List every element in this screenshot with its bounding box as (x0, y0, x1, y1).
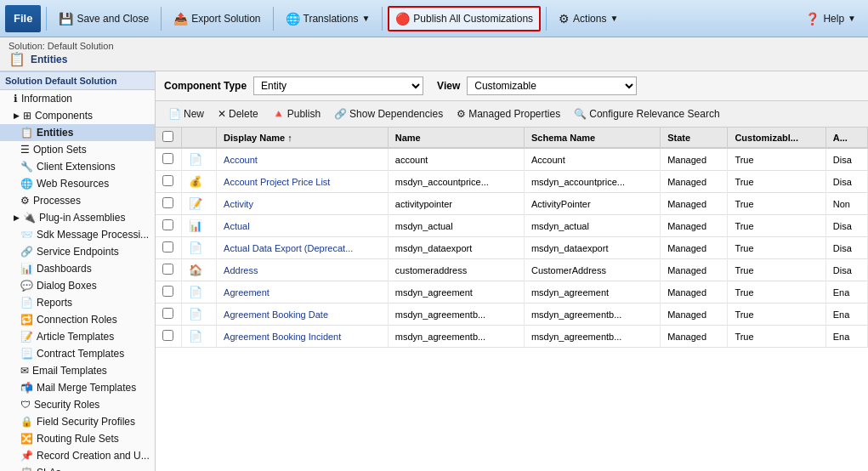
row-name: account (388, 148, 524, 171)
row-checkbox-cell[interactable] (156, 171, 181, 193)
row-checkbox[interactable] (162, 241, 173, 253)
show-dependencies-button[interactable]: 🔗 Show Dependencies (328, 104, 449, 124)
sidebar-item-components[interactable]: ▶ ⊞ Components (0, 107, 155, 124)
sidebar-item-dialog-boxes[interactable]: 💬 Dialog Boxes (0, 277, 155, 294)
table-row[interactable]: 📝 Activity activitypointer ActivityPoint… (156, 193, 868, 215)
sidebar-item-contract-templates-label: Contract Templates (37, 348, 124, 360)
sidebar-item-option-sets[interactable]: ☰ Option Sets (0, 141, 155, 158)
table-row[interactable]: 📄 Agreement Booking Incident msdyn_agree… (156, 326, 868, 348)
row-checkbox[interactable] (162, 330, 173, 341)
sidebar-item-contract-templates[interactable]: 📃 Contract Templates (0, 345, 155, 362)
sidebar-item-processes[interactable]: ⚙ Processes (0, 192, 155, 209)
col-schema-name[interactable]: Schema Name (524, 128, 660, 148)
mail-merge-icon: 📬 (20, 382, 33, 394)
table-body: 📄 Account account Account Managed True D… (156, 148, 868, 348)
col-state[interactable]: State (661, 128, 728, 148)
actions-button[interactable]: ⚙ Actions ▼ (552, 6, 625, 31)
row-display-name[interactable]: Activity (217, 193, 389, 215)
sidebar-item-entities[interactable]: 📋 Entities (0, 124, 155, 141)
component-type-select[interactable]: Entity (253, 77, 423, 95)
entities-table: Display Name ↑ Name Schema Name State Cu… (156, 128, 868, 348)
col-customizable[interactable]: Customizabl... (728, 128, 825, 148)
row-display-name[interactable]: Actual Data Export (Deprecat... (217, 237, 389, 259)
col-auto[interactable]: A... (825, 128, 867, 148)
entities-table-container: Display Name ↑ Name Schema Name State Cu… (156, 128, 868, 471)
row-state: Managed (661, 304, 728, 326)
col-checkbox (156, 128, 181, 148)
help-button[interactable]: ❓ Help ▼ (798, 6, 863, 31)
actions-dropdown-arrow: ▼ (610, 14, 618, 23)
row-display-name[interactable]: Address (217, 259, 389, 281)
row-checkbox[interactable] (162, 286, 173, 297)
col-name[interactable]: Name (388, 128, 524, 148)
export-solution-button[interactable]: 📤 Export Solution (167, 6, 267, 31)
row-display-name[interactable]: Agreement Booking Incident (217, 326, 389, 348)
sidebar-item-connection-roles[interactable]: 🔁 Connection Roles (0, 311, 155, 328)
row-customizable: True (728, 281, 825, 304)
row-checkbox[interactable] (162, 219, 173, 230)
sidebar-item-record-creation[interactable]: 📌 Record Creation and U... (0, 447, 155, 464)
row-checkbox-cell[interactable] (156, 237, 181, 259)
table-row[interactable]: 📄 Actual Data Export (Deprecat... msdyn_… (156, 237, 868, 259)
sidebar-item-mail-merge-templates[interactable]: 📬 Mail Merge Templates (0, 379, 155, 396)
row-checkbox[interactable] (162, 175, 173, 186)
row-auto: Non (825, 193, 867, 215)
row-entity-icon: 🏠 (189, 264, 202, 276)
select-all-checkbox[interactable] (162, 131, 173, 142)
row-checkbox[interactable] (162, 264, 173, 275)
sidebar-item-information[interactable]: ℹ Information (0, 90, 155, 107)
row-icon-cell: 📄 (181, 304, 217, 326)
table-row[interactable]: 📊 Actual msdyn_actual msdyn_actual Manag… (156, 215, 868, 237)
view-select[interactable]: Customizable (467, 77, 637, 95)
row-customizable: True (728, 304, 825, 326)
row-checkbox-cell[interactable] (156, 259, 181, 281)
row-checkbox-cell[interactable] (156, 193, 181, 215)
translations-button[interactable]: 🌐 Translations ▼ (279, 6, 377, 31)
table-row[interactable]: 📄 Agreement Booking Date msdyn_agreement… (156, 304, 868, 326)
row-checkbox-cell[interactable] (156, 281, 181, 304)
sidebar-item-slas[interactable]: 📋 SLAs (0, 464, 155, 471)
row-checkbox-cell[interactable] (156, 326, 181, 348)
row-checkbox-cell[interactable] (156, 215, 181, 237)
new-button[interactable]: 📄 New (162, 104, 210, 124)
toolbar-separator-1 (46, 7, 47, 31)
sidebar-item-sdk-message[interactable]: 📨 Sdk Message Processi... (0, 226, 155, 243)
sidebar-item-dashboards[interactable]: 📊 Dashboards (0, 260, 155, 277)
routing-rule-sets-icon: 🔀 (20, 433, 33, 445)
sidebar-item-article-templates[interactable]: 📝 Article Templates (0, 328, 155, 345)
table-row[interactable]: 📄 Account account Account Managed True D… (156, 148, 868, 171)
row-display-name[interactable]: Account (217, 148, 389, 171)
managed-properties-button[interactable]: ⚙ Managed Properties (451, 104, 566, 124)
row-display-name[interactable]: Agreement Booking Date (217, 304, 389, 326)
sidebar-item-field-security[interactable]: 🔒 Field Security Profiles (0, 413, 155, 430)
sidebar-item-reports[interactable]: 📄 Reports (0, 294, 155, 311)
row-checkbox[interactable] (162, 197, 173, 208)
row-customizable: True (728, 237, 825, 259)
sidebar-item-service-endpoints[interactable]: 🔗 Service Endpoints (0, 243, 155, 260)
sidebar-item-web-resources[interactable]: 🌐 Web Resources (0, 175, 155, 192)
sidebar-item-security-roles[interactable]: 🛡 Security Roles (0, 396, 155, 413)
publish-button[interactable]: 🔺 Publish (266, 104, 326, 124)
table-row[interactable]: 🏠 Address customeraddress CustomerAddres… (156, 259, 868, 281)
toolbar-separator-5 (546, 7, 547, 31)
table-row[interactable]: 📄 Agreement msdyn_agreement msdyn_agreem… (156, 281, 868, 304)
row-checkbox[interactable] (162, 308, 173, 319)
row-icon-cell: 📄 (181, 326, 217, 348)
row-checkbox-cell[interactable] (156, 304, 181, 326)
row-display-name[interactable]: Actual (217, 215, 389, 237)
file-button[interactable]: File (5, 5, 41, 32)
row-checkbox-cell[interactable] (156, 148, 181, 171)
col-display-name[interactable]: Display Name ↑ (217, 128, 389, 148)
configure-relevance-button[interactable]: 🔍 Configure Relevance Search (568, 104, 725, 124)
save-close-button[interactable]: 💾 Save and Close (52, 6, 156, 31)
sidebar-item-plugin-assemblies[interactable]: ▶ 🔌 Plug-in Assemblies (0, 209, 155, 226)
sidebar-item-client-extensions[interactable]: 🔧 Client Extensions (0, 158, 155, 175)
publish-all-button[interactable]: 🔴 Publish All Customizations (388, 6, 541, 31)
table-row[interactable]: 💰 Account Project Price List msdyn_accou… (156, 171, 868, 193)
delete-button[interactable]: ✕ Delete (212, 104, 264, 124)
sidebar-item-routing-rule-sets[interactable]: 🔀 Routing Rule Sets (0, 430, 155, 447)
row-display-name[interactable]: Account Project Price List (217, 171, 389, 193)
sidebar-item-email-templates[interactable]: ✉ Email Templates (0, 362, 155, 379)
row-display-name[interactable]: Agreement (217, 281, 389, 304)
row-checkbox[interactable] (162, 153, 173, 164)
